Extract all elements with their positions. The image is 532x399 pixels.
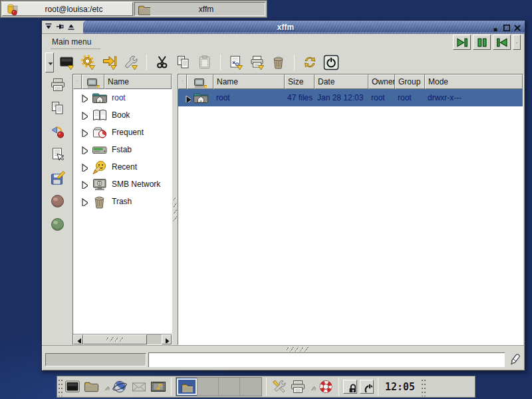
scroll-left-button[interactable] — [73, 334, 83, 344]
more-button[interactable]: · — [513, 35, 521, 50]
panel-grip-right[interactable] — [420, 377, 426, 396]
tree-header-name-column[interactable]: Name — [104, 74, 172, 89]
sphere-green-icon[interactable] — [50, 217, 67, 234]
tree-item-frequent[interactable]: Frequent — [73, 124, 172, 141]
tree-panel: ˊ Name root Book Frequent — [72, 74, 172, 345]
power-button[interactable] — [321, 53, 341, 72]
fstab-icon — [92, 142, 107, 157]
panel-grip-left[interactable] — [57, 377, 63, 396]
workspace-2[interactable] — [198, 378, 219, 396]
pin-icon[interactable] — [56, 23, 65, 31]
cut-button[interactable] — [152, 53, 172, 72]
tree-item-fstab[interactable]: Fstab — [73, 141, 172, 158]
list-header-icon-column[interactable] — [187, 74, 213, 89]
new-terminal-button[interactable] — [57, 53, 77, 72]
horizontal-resize-handle[interactable] — [42, 345, 525, 352]
previous-button[interactable] — [493, 35, 511, 50]
panel-popup-arrow[interactable] — [308, 377, 317, 396]
chevron-down-icon — [47, 60, 53, 66]
progress-area — [45, 353, 146, 366]
list-header-owner[interactable]: Owner — [368, 74, 395, 89]
settings-gear-icon — [80, 55, 97, 71]
panel-media-launcher[interactable] — [149, 377, 168, 396]
titlebar-drag-area[interactable]: xffm — [83, 21, 525, 34]
minimize-icon[interactable] — [492, 24, 499, 31]
tree-item-smb-network[interactable]: SMB Network — [73, 176, 172, 193]
terminal-icon — [59, 55, 76, 71]
tree-rows: root Book Frequent Fstab — [73, 89, 172, 334]
lock-screen-button[interactable] — [343, 380, 357, 394]
trash-button[interactable] — [269, 53, 289, 72]
list-header-corner[interactable]: ˊ — [178, 74, 187, 89]
panel-files-launcher[interactable] — [82, 377, 102, 396]
sphere-red-icon[interactable] — [50, 194, 67, 211]
list-header-name[interactable]: Name — [213, 74, 285, 89]
tree-item-root[interactable]: root — [73, 89, 172, 106]
print-icon[interactable] — [50, 77, 67, 94]
panel-help-launcher[interactable] — [317, 377, 336, 396]
maximize-icon[interactable] — [503, 24, 510, 31]
tree-header-corner[interactable]: ˊ — [73, 74, 82, 89]
panel-browser-launcher[interactable] — [110, 377, 130, 396]
reload-button[interactable] — [300, 53, 320, 72]
differences-icon[interactable] — [50, 124, 67, 141]
save-icon[interactable] — [50, 170, 67, 188]
taskbar-button-xffm[interactable]: xffm — [134, 2, 265, 16]
copy-icon[interactable] — [50, 100, 67, 118]
settings-button[interactable] — [78, 53, 98, 72]
toolbar-collapse-button[interactable] — [45, 53, 54, 72]
pause-button[interactable] — [473, 35, 491, 50]
scrollbar-thumb[interactable] — [83, 334, 147, 344]
expander-icon[interactable] — [183, 94, 191, 102]
panel-terminal-launcher[interactable] — [63, 377, 82, 396]
shade-icon[interactable] — [45, 23, 53, 31]
expander-icon[interactable] — [79, 128, 88, 137]
eraser-icon[interactable] — [507, 352, 521, 367]
panel-separator — [266, 378, 267, 396]
select-icon[interactable] — [50, 147, 67, 164]
expander-icon[interactable] — [79, 197, 88, 206]
scrollbar-track[interactable] — [147, 334, 162, 344]
expander-icon[interactable] — [79, 145, 88, 154]
tree-item-recent[interactable]: Recent — [73, 158, 172, 176]
panel-print-launcher[interactable] — [289, 377, 308, 396]
tree-item-trash[interactable]: Trash — [73, 193, 172, 210]
expander-icon[interactable] — [79, 110, 88, 120]
print-button[interactable] — [247, 53, 267, 72]
scroll-right-button[interactable] — [162, 334, 172, 344]
taskbar-button-terminal[interactable]: root@louisa:/etc — [2, 2, 133, 16]
paned-resize-handle[interactable] — [172, 74, 178, 345]
list-header-group[interactable]: Group — [395, 74, 425, 89]
expander-icon[interactable] — [79, 162, 88, 172]
workspace-3[interactable] — [219, 378, 240, 396]
workspace-1[interactable] — [176, 378, 198, 396]
copy-button[interactable] — [174, 53, 194, 72]
command-input[interactable] — [148, 352, 505, 367]
titlebar-left-controls — [42, 21, 83, 34]
expander-icon[interactable] — [79, 93, 88, 102]
panel-settings-launcher[interactable] — [269, 377, 289, 396]
panel-mail-launcher[interactable] — [130, 377, 149, 396]
panel-popup-arrow[interactable] — [102, 377, 110, 396]
titlebar[interactable]: xffm — [42, 21, 525, 34]
template-button[interactable] — [226, 53, 246, 72]
list-empty-area[interactable] — [178, 106, 523, 344]
tree-header-icon-column[interactable] — [82, 74, 104, 89]
tree-item-book[interactable]: Book — [73, 106, 172, 124]
goto-button[interactable] — [100, 53, 120, 72]
eject-icon[interactable] — [67, 23, 76, 31]
logout-button[interactable] — [360, 380, 374, 394]
next-button[interactable] — [453, 35, 471, 50]
close-icon[interactable] — [513, 24, 521, 31]
paste-button[interactable] — [195, 53, 215, 72]
list-header-mode[interactable]: Mode — [425, 74, 523, 89]
main-menu-item[interactable]: Main menu — [51, 37, 100, 49]
workspace-4[interactable] — [240, 378, 261, 396]
list-header-size[interactable]: Size — [285, 74, 315, 89]
list-row-root-selected[interactable]: root 47 files Jan 28 12:03 root root drw… — [178, 89, 523, 106]
list-header-date[interactable]: Date — [315, 74, 368, 89]
tools-button[interactable] — [121, 53, 141, 72]
expander-icon[interactable] — [79, 180, 88, 189]
book-icon — [92, 108, 107, 122]
tree-horizontal-scrollbar[interactable] — [73, 334, 172, 344]
